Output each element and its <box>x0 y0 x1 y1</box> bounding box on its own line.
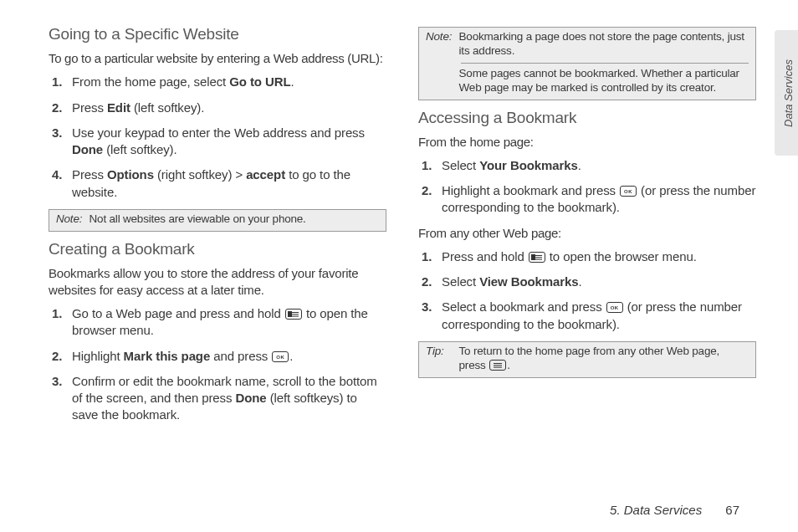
step-item: Highlight Mark this page and press . <box>72 348 386 365</box>
note-label: Note: <box>56 212 86 227</box>
tip-body: To return to the home page from any othe… <box>459 345 745 373</box>
intro-text: To go to a particular website by enterin… <box>49 50 386 67</box>
footer-chapter: 5. Data Services <box>610 503 702 517</box>
step-item: Select View Bookmarks. <box>442 274 756 290</box>
step-item: Go to a Web page and press and hold to o… <box>72 305 386 340</box>
step-item: Highlight a bookmark and press (or press… <box>442 182 756 217</box>
heading-create-bookmark: Creating a Bookmark <box>49 240 386 258</box>
ok-key-icon <box>620 186 637 197</box>
note-body: Some pages cannot be bookmarked. Whether… <box>459 67 745 95</box>
step-item: Press Edit (left softkey). <box>72 100 386 116</box>
note-body: Bookmarking a page does not store the pa… <box>459 30 745 59</box>
step-item: From the home page, select Go to URL. <box>72 74 386 90</box>
note-box: Note: Not all websites are viewable on y… <box>49 209 386 232</box>
step-item: Confirm or edit the bookmark name, scrol… <box>72 373 386 424</box>
steps-access-other: Press and hold to open the browser menu.… <box>418 248 756 333</box>
ok-key-icon <box>272 351 289 362</box>
note-divider <box>461 63 749 64</box>
footer-page-number: 67 <box>725 503 739 517</box>
content-columns: Going to a Specific Website To go to a p… <box>49 25 758 432</box>
heading-go-to-website: Going to a Specific Website <box>49 25 386 43</box>
note-body: Not all websites are viewable on your ph… <box>90 212 376 227</box>
manual-page: Data Services Going to a Specific Websit… <box>0 0 798 532</box>
heading-access-bookmark: Accessing a Bookmark <box>418 109 756 127</box>
steps-bookmark: Go to a Web page and press and hold to o… <box>49 305 386 424</box>
ok-key-icon <box>606 302 623 313</box>
step-item: Press and hold to open the browser menu. <box>442 248 756 265</box>
note-label: Note: <box>426 30 456 44</box>
steps-url: From the home page, select Go to URL. Pr… <box>49 74 386 201</box>
tip-box: Tip: To return to the home page from any… <box>418 341 756 378</box>
tip-label: Tip: <box>426 345 456 359</box>
side-tab: Data Services <box>775 30 798 156</box>
step-item: Select Your Bookmarks. <box>442 157 756 174</box>
access-intro-2: From any other Web page: <box>418 225 756 242</box>
note-box: Note: Bookmarking a page does not store … <box>418 27 756 100</box>
menu-key-icon <box>285 309 302 320</box>
plain-key-icon <box>489 360 506 371</box>
right-column: Note: Bookmarking a page does not store … <box>418 25 756 432</box>
step-item: Press Options (right softkey) > accept t… <box>72 166 386 201</box>
steps-access-home: Select Your Bookmarks. Highlight a bookm… <box>418 157 756 217</box>
step-item: Select a bookmark and press (or press th… <box>442 299 756 333</box>
step-item: Use your keypad to enter the Web address… <box>72 125 386 159</box>
access-intro-1: From the home page: <box>418 134 756 151</box>
side-tab-label: Data Services <box>782 56 795 131</box>
left-column: Going to a Specific Website To go to a p… <box>49 25 386 432</box>
menu-key-icon <box>529 252 545 263</box>
page-footer: 5. Data Services 67 <box>610 503 739 517</box>
bookmark-intro: Bookmarks allow you to store the address… <box>49 265 386 299</box>
